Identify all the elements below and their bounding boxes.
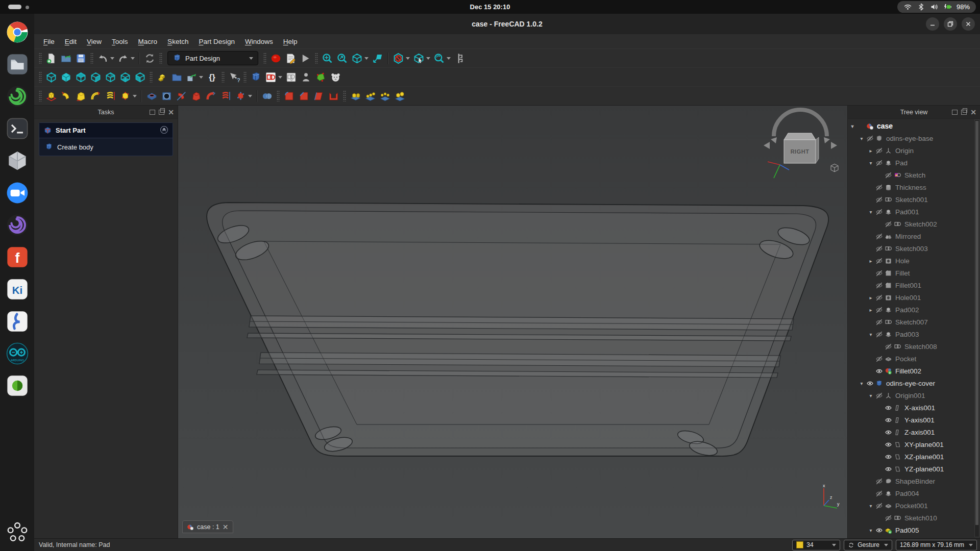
cube-right-button[interactable] bbox=[89, 70, 103, 84]
whats-this-button[interactable]: ? bbox=[227, 70, 241, 84]
navigation-style-dropdown[interactable]: Gesture bbox=[844, 540, 892, 550]
tasks-close-button[interactable]: ✕ bbox=[168, 109, 174, 116]
cube-front-button[interactable] bbox=[59, 70, 73, 84]
tree-item-sketch001[interactable]: Sketch001 bbox=[848, 193, 980, 206]
cube-top-button[interactable] bbox=[74, 70, 88, 84]
person-tool-button[interactable] bbox=[299, 70, 313, 84]
create-group-button[interactable] bbox=[170, 70, 184, 84]
toolbar-drag-handle[interactable] bbox=[343, 90, 346, 102]
polar-pattern-button[interactable] bbox=[378, 89, 392, 103]
tasks-panel-header[interactable]: Tasks ✕ bbox=[34, 106, 178, 119]
dock-item-kicad-app[interactable]: Ki bbox=[5, 277, 30, 302]
additive-primitive-button[interactable] bbox=[118, 89, 138, 103]
case-3d-model[interactable] bbox=[178, 106, 847, 538]
menu-item-sketch[interactable]: Sketch bbox=[162, 36, 193, 47]
tree-item-fillet[interactable]: Fillet bbox=[848, 267, 980, 279]
tree-expander-icon[interactable]: ▾ bbox=[867, 503, 874, 509]
cube-bottom-button[interactable] bbox=[118, 70, 132, 84]
tree-item-xy-plane001[interactable]: XY-plane001 bbox=[848, 438, 980, 450]
fillet-button[interactable] bbox=[282, 89, 296, 103]
tree-item-yz-plane001[interactable]: YZ-plane001 bbox=[848, 463, 980, 475]
boolean-button[interactable] bbox=[260, 89, 274, 103]
close-button[interactable] bbox=[962, 17, 975, 31]
cube-axo-button[interactable] bbox=[44, 70, 58, 84]
menu-item-tools[interactable]: Tools bbox=[107, 36, 133, 47]
tree-item-pocket001[interactable]: ▾Pocket001 bbox=[848, 499, 980, 512]
cube-left-button[interactable] bbox=[133, 70, 147, 84]
tasks-dock-button[interactable] bbox=[150, 110, 155, 115]
nav-cube-rotate-right-arrow[interactable] bbox=[824, 137, 830, 143]
dock-item-purple-spiral-app[interactable] bbox=[5, 213, 30, 237]
view-rotate-button[interactable] bbox=[432, 51, 452, 65]
tree-scrollbar-thumb[interactable] bbox=[975, 121, 978, 525]
tree-close-button[interactable]: ✕ bbox=[970, 109, 976, 116]
nav-cube-mini-cube[interactable] bbox=[831, 164, 838, 172]
tree-item-hole001[interactable]: ▸Hole001 bbox=[848, 291, 980, 304]
macro-edit-button[interactable] bbox=[284, 51, 298, 65]
tree-item-sketch011[interactable]: Sketch011 bbox=[848, 536, 980, 538]
tree-item-case[interactable]: ▾case bbox=[848, 120, 980, 132]
document-tab[interactable]: case : 1 ✕ bbox=[182, 520, 233, 533]
tree-item-odins-eye-cover[interactable]: ▾odins-eye-cover bbox=[848, 377, 980, 389]
tree-item-fillet001[interactable]: Fillet001 bbox=[848, 279, 980, 291]
toolbar-drag-handle[interactable] bbox=[39, 53, 42, 64]
tree-item-sketch003[interactable]: Sketch003 bbox=[848, 242, 980, 255]
tree-expander-icon[interactable]: ▸ bbox=[867, 148, 874, 154]
minimize-button[interactable] bbox=[926, 17, 939, 31]
nav-cube-rotate-left-arrow[interactable] bbox=[771, 137, 777, 143]
toolbar-drag-handle[interactable] bbox=[39, 71, 42, 83]
mask-tool-button[interactable] bbox=[329, 70, 342, 84]
dock-item-chrome-browser[interactable] bbox=[5, 20, 30, 44]
toolbar-drag-handle[interactable] bbox=[243, 71, 247, 83]
tree-expander-icon[interactable]: ▸ bbox=[867, 307, 874, 313]
create-body-button[interactable] bbox=[249, 70, 263, 84]
toolbar-drag-handle[interactable] bbox=[263, 53, 266, 64]
pocket-button[interactable] bbox=[145, 89, 159, 103]
toolbar-drag-handle[interactable] bbox=[277, 90, 280, 102]
dock-item-circles-logo[interactable] bbox=[5, 520, 30, 545]
collapse-section-button[interactable] bbox=[160, 126, 169, 135]
cube-rear-button[interactable] bbox=[104, 70, 117, 84]
nav-cube-right-arrow[interactable] bbox=[831, 142, 837, 149]
dock-item-fritzing-app[interactable] bbox=[5, 309, 30, 334]
tree-item-pad[interactable]: ▾Pad bbox=[848, 157, 980, 169]
subtractive-loft-button[interactable] bbox=[189, 89, 203, 103]
multitransform-button[interactable] bbox=[393, 89, 407, 103]
tree-item-pocket[interactable]: Pocket bbox=[848, 353, 980, 365]
redo-button[interactable] bbox=[116, 51, 136, 65]
tree-item-shapebinder[interactable]: ShapeBinder bbox=[848, 475, 980, 487]
toolbar-drag-handle[interactable] bbox=[159, 53, 162, 64]
draw-style-button[interactable] bbox=[350, 51, 370, 65]
tree-item-pad005[interactable]: ▾Pad005 bbox=[848, 524, 980, 536]
pad-button[interactable] bbox=[44, 89, 58, 103]
refresh-button[interactable] bbox=[143, 51, 157, 65]
subtractive-helix-button[interactable] bbox=[219, 89, 233, 103]
dock-item-arduino-ide[interactable]: ARDUINO bbox=[5, 341, 30, 366]
tree-item-origin[interactable]: ▸Origin bbox=[848, 144, 980, 157]
expressions-button[interactable]: {} bbox=[205, 70, 219, 84]
system-clock[interactable]: Dec 15 20:10 bbox=[0, 0, 980, 14]
tree-item-y-axis001[interactable]: Y-axis001 bbox=[848, 414, 980, 426]
tree-item-sketch002[interactable]: Sketch002 bbox=[848, 218, 980, 230]
tree-view-header[interactable]: Tree view ✕ bbox=[848, 106, 980, 119]
dimension-readout-dropdown[interactable]: 126.89 mm x 79.16 mm bbox=[896, 540, 977, 550]
dock-item-file-manager[interactable] bbox=[5, 52, 30, 77]
macro-record-button[interactable] bbox=[269, 51, 283, 65]
tree-float-button[interactable] bbox=[961, 110, 967, 115]
tree-expander-icon[interactable]: ▸ bbox=[867, 295, 874, 300]
subtractive-primitive-button[interactable] bbox=[234, 89, 253, 103]
tree-item-sketch010[interactable]: Sketch010 bbox=[848, 512, 980, 524]
tree-item-pad002[interactable]: ▸Pad002 bbox=[848, 304, 980, 316]
tree-expander-icon[interactable]: ▾ bbox=[858, 136, 865, 141]
tree-scrollbar[interactable] bbox=[974, 119, 979, 537]
dock-item-red-f-app[interactable]: f bbox=[5, 245, 30, 269]
dock-item-green-spiral-app[interactable] bbox=[5, 84, 30, 109]
toolbar-drag-handle[interactable] bbox=[315, 53, 318, 64]
menu-item-file[interactable]: File bbox=[38, 36, 60, 47]
toolbar-drag-handle[interactable] bbox=[150, 71, 153, 83]
view-zoom-button[interactable] bbox=[335, 51, 349, 65]
view-fit-button[interactable] bbox=[321, 51, 334, 65]
thickness-button[interactable] bbox=[327, 89, 340, 103]
nav-style-block-button[interactable] bbox=[391, 51, 411, 65]
measure-button[interactable] bbox=[453, 51, 467, 65]
